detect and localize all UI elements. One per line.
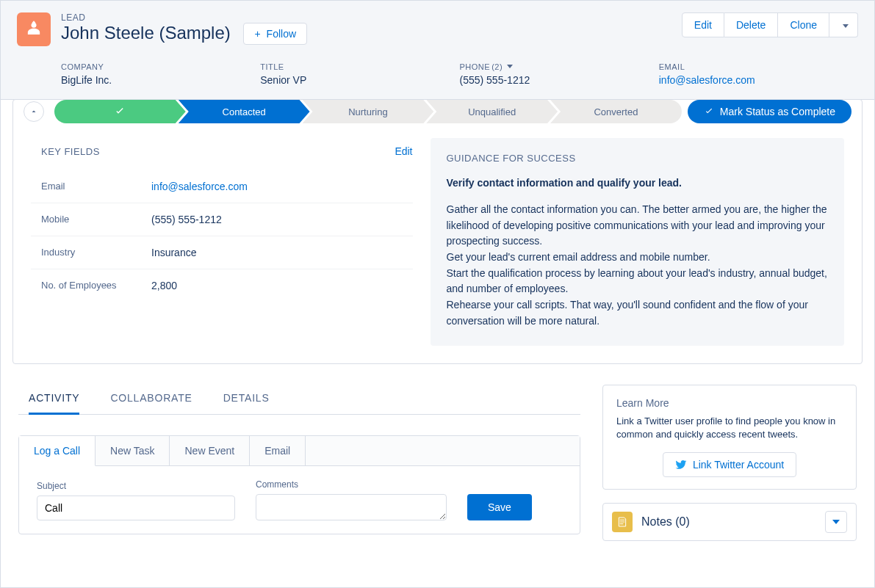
kf-value: 2,800	[151, 280, 177, 291]
guidance-panel: GUIDANCE FOR SUCCESS Verify contact info…	[431, 138, 845, 346]
kf-label: Mobile	[41, 214, 151, 225]
email-label: EMAIL	[659, 62, 858, 71]
plus-icon: +	[254, 28, 260, 40]
path-step-converted[interactable]: Converted	[550, 100, 682, 123]
subtab-log-call[interactable]: Log a Call	[19, 436, 96, 466]
object-label: LEAD	[61, 12, 682, 23]
learn-more-title: Learn More	[616, 397, 843, 409]
kf-value[interactable]: info@salesforce.com	[151, 181, 248, 192]
kf-value: (555) 555-1212	[151, 214, 222, 225]
path-collapse-button[interactable]	[24, 101, 44, 122]
subtab-email[interactable]: Email	[250, 436, 306, 465]
check-icon	[114, 106, 126, 117]
save-button[interactable]: Save	[467, 494, 532, 520]
phone-value[interactable]: (555) 555-1212	[460, 74, 659, 86]
guidance-verify: Verify contact information and qualify y…	[447, 177, 829, 189]
email-value[interactable]: info@salesforce.com	[659, 74, 858, 86]
key-field-row: Email info@salesforce.com	[31, 170, 413, 203]
comments-input[interactable]	[256, 494, 447, 520]
app-frame: LEAD John Steele (Sample) + Follow Edit …	[0, 0, 875, 588]
subject-label: Subject	[37, 481, 235, 491]
link-twitter-button[interactable]: Link Twitter Account	[663, 452, 796, 477]
follow-label: Follow	[267, 28, 296, 40]
kf-label: Email	[41, 181, 151, 192]
company-label: COMPANY	[61, 62, 260, 71]
guidance-body: Gather all the contact information you c…	[447, 202, 829, 330]
phone-count: (2)	[491, 62, 503, 71]
notes-icon	[612, 512, 633, 532]
summary-row: COMPANY BigLife Inc. TITLE Senior VP PHO…	[17, 62, 858, 86]
learn-more-card: Learn More Link a Twitter user profile t…	[602, 385, 857, 490]
subtab-new-event[interactable]: New Event	[170, 436, 250, 465]
record-name: John Steele (Sample)	[61, 23, 231, 43]
edit-button[interactable]: Edit	[682, 12, 724, 37]
record-header: LEAD John Steele (Sample) + Follow Edit …	[1, 1, 874, 100]
notes-card: Notes (0)	[602, 503, 857, 541]
comments-label: Comments	[256, 479, 447, 490]
tab-collaborate[interactable]: COLLABORATE	[110, 385, 192, 415]
path-step-contacted[interactable]: Contacted	[179, 100, 310, 123]
caret-down-icon	[507, 65, 513, 68]
delete-button[interactable]: Delete	[724, 12, 778, 37]
subtab-new-task[interactable]: New Task	[96, 436, 170, 465]
caret-down-icon	[832, 520, 840, 524]
guidance-title: GUIDANCE FOR SUCCESS	[447, 153, 829, 164]
company-value: BigLife Inc.	[61, 74, 260, 86]
key-fields: KEY FIELDS Edit Email info@salesforce.co…	[31, 138, 413, 346]
clone-button[interactable]: Clone	[778, 12, 829, 37]
tab-activity[interactable]: ACTIVITY	[29, 385, 79, 415]
title-value: Senior VP	[260, 74, 459, 86]
mark-complete-button[interactable]: Mark Status as Complete	[688, 100, 851, 123]
key-field-row: Mobile (555) 555-1212	[31, 203, 413, 236]
key-fields-title: KEY FIELDS	[41, 146, 100, 157]
header-actions: Edit Delete Clone	[682, 12, 858, 37]
subject-input[interactable]	[37, 496, 235, 520]
learn-more-body: Link a Twitter user profile to find peop…	[616, 415, 843, 443]
notes-menu-button[interactable]	[825, 511, 847, 533]
path-card: Contacted Nurturing Unqualified Converte…	[12, 99, 863, 364]
more-actions-button[interactable]	[829, 12, 858, 37]
phone-label[interactable]: PHONE (2)	[460, 62, 659, 71]
activity-card: Log a Call New Task New Event Email Subj…	[18, 435, 580, 534]
kf-label: Industry	[41, 247, 151, 258]
lead-icon	[17, 12, 51, 46]
key-fields-edit[interactable]: Edit	[395, 145, 412, 157]
path-step-unqualified[interactable]: Unqualified	[426, 100, 558, 123]
key-field-row: No. of Employees 2,800	[31, 269, 413, 302]
path-steps: Contacted Nurturing Unqualified Converte…	[54, 100, 682, 123]
path-step-nurturing[interactable]: Nurturing	[303, 100, 434, 123]
caret-down-icon	[843, 24, 849, 28]
activity-subtabs: Log a Call New Task New Event Email	[19, 436, 580, 466]
kf-value: Insurance	[151, 247, 196, 258]
follow-button[interactable]: + Follow	[243, 23, 307, 45]
tab-details[interactable]: DETAILS	[223, 385, 270, 415]
kf-label: No. of Employees	[41, 280, 151, 291]
path-step-complete[interactable]	[54, 100, 186, 123]
chevron-up-icon	[29, 107, 38, 116]
key-field-row: Industry Insurance	[31, 236, 413, 269]
detail-tabs: ACTIVITY COLLABORATE DETAILS	[18, 385, 580, 415]
title-label: TITLE	[260, 62, 459, 71]
check-icon	[704, 106, 714, 117]
notes-title[interactable]: Notes (0)	[641, 515, 825, 529]
twitter-icon	[675, 459, 687, 471]
